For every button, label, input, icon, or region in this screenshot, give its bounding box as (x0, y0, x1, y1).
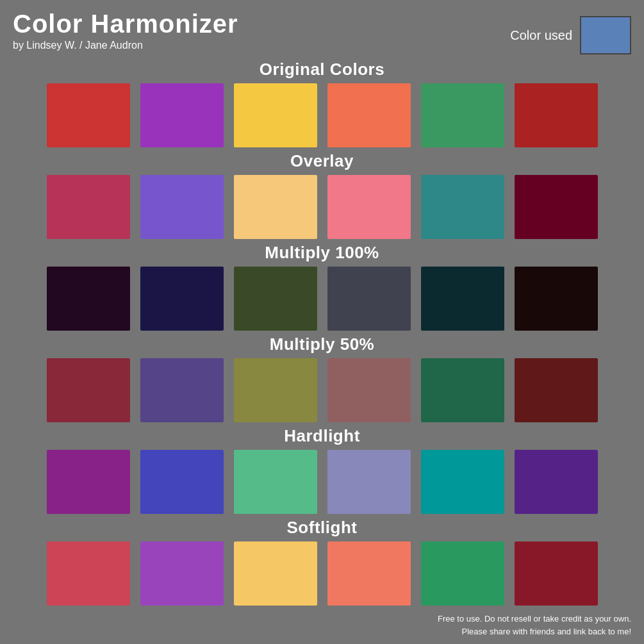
swatch-hardlight-2[interactable] (234, 450, 317, 514)
color-used-block: Color used (510, 16, 631, 54)
footer: Free to use. Do not resell or take credi… (438, 613, 631, 638)
swatch-hardlight-1[interactable] (140, 450, 224, 514)
title-block: Color Harmonizer by Lindsey W. / Jane Au… (13, 10, 238, 51)
swatch-original-3[interactable] (327, 83, 411, 147)
swatch-multiply100-5[interactable] (515, 267, 598, 331)
swatch-multiply50-4[interactable] (421, 358, 504, 422)
swatch-original-1[interactable] (140, 83, 224, 147)
swatch-overlay-2[interactable] (234, 175, 317, 239)
swatch-multiply50-3[interactable] (327, 358, 411, 422)
swatch-multiply100-0[interactable] (47, 267, 130, 331)
app-title: Color Harmonizer (13, 10, 238, 38)
swatches-row-multiply50 (13, 358, 631, 422)
footer-line2: Please share with friends and link back … (438, 625, 631, 638)
swatches-row-softlight (13, 541, 631, 606)
swatch-multiply100-1[interactable] (140, 267, 224, 331)
app-container: Color Harmonizer by Lindsey W. / Jane Au… (0, 0, 644, 644)
section-label-multiply50: Multiply 50% (13, 334, 631, 354)
swatch-overlay-3[interactable] (327, 175, 411, 239)
section-label-original: Original Colors (13, 60, 631, 79)
swatch-multiply50-1[interactable] (140, 358, 224, 422)
swatch-multiply100-4[interactable] (421, 267, 504, 331)
swatch-multiply50-0[interactable] (47, 358, 130, 422)
swatch-softlight-1[interactable] (140, 541, 224, 606)
footer-line1: Free to use. Do not resell or take credi… (438, 613, 631, 625)
swatch-overlay-1[interactable] (140, 175, 224, 239)
app-subtitle: by Lindsey W. / Jane Audron (13, 40, 238, 51)
swatch-overlay-4[interactable] (421, 175, 504, 239)
swatch-softlight-0[interactable] (47, 541, 130, 606)
header: Color Harmonizer by Lindsey W. / Jane Au… (13, 10, 631, 54)
swatch-original-2[interactable] (234, 83, 317, 147)
swatch-softlight-5[interactable] (515, 541, 598, 606)
swatch-hardlight-4[interactable] (421, 450, 504, 514)
section-label-overlay: Overlay (13, 151, 631, 171)
swatch-multiply100-2[interactable] (234, 267, 317, 331)
swatch-hardlight-0[interactable] (47, 450, 130, 514)
swatches-row-original (13, 83, 631, 147)
swatch-multiply50-5[interactable] (515, 358, 598, 422)
section-label-hardlight: Hardlight (13, 426, 631, 446)
swatches-row-overlay (13, 175, 631, 239)
swatch-hardlight-3[interactable] (327, 450, 411, 514)
swatch-overlay-5[interactable] (515, 175, 598, 239)
swatch-original-0[interactable] (47, 83, 130, 147)
section-label-multiply100: Multiply 100% (13, 243, 631, 263)
swatch-overlay-0[interactable] (47, 175, 130, 239)
swatch-softlight-3[interactable] (327, 541, 411, 606)
swatch-softlight-4[interactable] (421, 541, 504, 606)
sections-container: Original ColorsOverlayMultiply 100%Multi… (13, 60, 631, 606)
swatch-original-5[interactable] (515, 83, 598, 147)
swatch-hardlight-5[interactable] (515, 450, 598, 514)
swatch-softlight-2[interactable] (234, 541, 317, 606)
color-used-swatch[interactable] (580, 16, 631, 54)
swatches-row-hardlight (13, 450, 631, 514)
color-used-label: Color used (510, 28, 572, 43)
swatch-multiply50-2[interactable] (234, 358, 317, 422)
swatches-row-multiply100 (13, 267, 631, 331)
swatch-original-4[interactable] (421, 83, 504, 147)
swatch-multiply100-3[interactable] (327, 267, 411, 331)
section-label-softlight: Softlight (13, 518, 631, 538)
